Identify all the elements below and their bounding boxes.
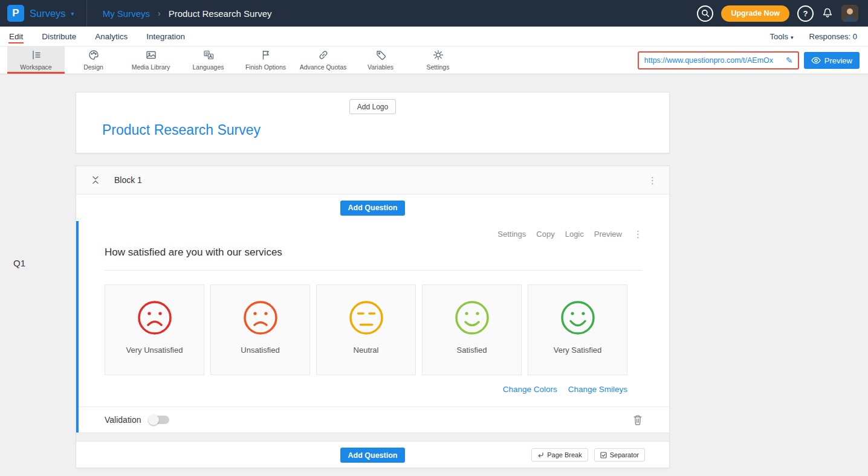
question-index-label: Q1 <box>13 258 25 268</box>
product-caret-icon[interactable]: ▾ <box>71 10 74 17</box>
trash-icon <box>633 414 643 425</box>
question-menu: Settings Copy Logic Preview ⋮ <box>105 230 643 239</box>
tab-analytics[interactable]: Analytics <box>94 27 128 46</box>
languages-icon <box>202 49 215 61</box>
nav-right: Tools▾ Responses: 0 <box>770 32 857 41</box>
separator-checkbox-icon <box>600 452 607 458</box>
bell-icon <box>821 7 834 19</box>
edit-toolbar: Workspace Design Media Library Languages… <box>0 47 868 74</box>
product-switcher[interactable]: Surveys <box>30 8 66 19</box>
topbar-actions: Upgrade Now ? <box>697 5 858 22</box>
unsatisfied-smiley-icon <box>243 300 278 335</box>
toolbar-item-workspace[interactable]: Workspace <box>7 47 65 74</box>
tag-icon <box>375 49 387 61</box>
collapse-block-button[interactable] <box>91 175 100 185</box>
toolbar-label: Finish Options <box>245 63 286 71</box>
validation-label: Validation <box>105 415 141 425</box>
toolbar-label: Settings <box>427 63 450 71</box>
tab-integration[interactable]: Integration <box>146 27 186 46</box>
page-break-button[interactable]: Page Break <box>531 448 588 462</box>
toolbar-item-languages[interactable]: Languages <box>180 47 237 74</box>
palette-icon <box>88 49 100 61</box>
smiley-option-very-unsatisfied[interactable]: Very Unsatisfied <box>105 285 204 375</box>
breadcrumb-my-surveys[interactable]: My Surveys <box>103 8 150 19</box>
question-menu-dots-icon[interactable]: ⋮ <box>633 230 643 239</box>
collapse-icon <box>91 175 100 185</box>
user-avatar[interactable] <box>841 5 858 22</box>
brand: P Surveys ▾ <box>7 0 87 27</box>
search-icon <box>701 9 710 18</box>
add-question-row-top: Add Question <box>76 195 669 221</box>
question-preview-link[interactable]: Preview <box>594 230 622 239</box>
nav-bar: Edit Distribute Analytics Integration To… <box>0 27 868 47</box>
breadcrumb-current: Product Research Survey <box>169 8 272 19</box>
question-title[interactable]: How satisfied are you with our services <box>105 246 643 271</box>
smiley-option-very-satisfied[interactable]: Very Satisfied <box>528 285 627 375</box>
tools-menu[interactable]: Tools▾ <box>770 32 794 41</box>
validation-row: Validation <box>79 407 669 433</box>
toolbar-item-media-library[interactable]: Media Library <box>122 47 180 74</box>
satisfied-smiley-icon <box>455 300 490 335</box>
change-colors-link[interactable]: Change Colors <box>503 385 557 394</box>
footer-chips: Page Break Separator <box>531 448 645 462</box>
neutral-smiley-icon <box>349 300 384 335</box>
questionpro-logo: P <box>7 5 24 22</box>
add-logo-button[interactable]: Add Logo <box>349 99 396 114</box>
edit-url-pencil-icon[interactable]: ✎ <box>786 56 793 65</box>
block-menu-dots-icon[interactable]: ⋮ <box>648 176 657 185</box>
gear-icon <box>432 49 444 61</box>
option-label: Very Unsatisfied <box>126 346 183 355</box>
survey-title[interactable]: Product Research Survey <box>102 122 669 138</box>
separator-button[interactable]: Separator <box>594 448 645 462</box>
delete-question-button[interactable] <box>633 414 643 425</box>
tab-distribute[interactable]: Distribute <box>41 27 77 46</box>
page-break-icon <box>537 452 544 458</box>
help-button[interactable]: ? <box>797 5 814 22</box>
tab-edit[interactable]: Edit <box>8 27 24 46</box>
block-header: Block 1 ⋮ <box>76 166 669 195</box>
question-settings-link[interactable]: Settings <box>497 230 526 239</box>
toolbar-right: ✎ Preview <box>638 47 860 74</box>
responses-count[interactable]: Responses: 0 <box>809 32 858 41</box>
option-label: Very Satisfied <box>554 346 602 355</box>
link-icon <box>317 49 329 61</box>
block-footer: Add Question Page Break Separator <box>76 441 669 468</box>
add-question-button-top[interactable]: Add Question <box>340 201 406 216</box>
preview-button[interactable]: Preview <box>804 52 860 69</box>
smiley-option-unsatisfied[interactable]: Unsatisfied <box>210 285 310 375</box>
smiley-options: Very Unsatisfied Unsatisfied <box>105 285 627 375</box>
workspace-icon <box>30 49 42 61</box>
upgrade-now-button[interactable]: Upgrade Now <box>721 5 789 22</box>
question-logic-link[interactable]: Logic <box>565 230 584 239</box>
person-icon <box>841 5 858 22</box>
add-question-button-bottom[interactable]: Add Question <box>340 448 406 463</box>
smiley-option-satisfied[interactable]: Satisfied <box>422 285 522 375</box>
smiley-links: Change Colors Change Smileys <box>105 385 627 394</box>
very-satisfied-smiley-icon <box>560 300 595 335</box>
option-label: Neutral <box>354 346 379 355</box>
help-icon: ? <box>803 9 808 18</box>
survey-editor-canvas: Add Logo Product Research Survey Block 1… <box>76 92 670 468</box>
toolbar-item-advance-quotas[interactable]: Advance Quotas <box>294 47 352 74</box>
tools-caret-icon: ▾ <box>791 34 794 40</box>
notifications-button[interactable] <box>821 7 834 19</box>
question-copy-link[interactable]: Copy <box>536 230 554 239</box>
question-card-q1: Settings Copy Logic Preview ⋮ How satisf… <box>76 221 669 433</box>
share-url-input[interactable] <box>644 56 782 65</box>
smiley-option-neutral[interactable]: Neutral <box>316 285 416 375</box>
share-url-box: ✎ <box>638 51 799 69</box>
toolbar-item-design[interactable]: Design <box>65 47 122 74</box>
toolbar-item-variables[interactable]: Variables <box>352 47 409 74</box>
toolbar-label: Advance Quotas <box>300 63 347 71</box>
validation-toggle[interactable] <box>149 416 169 424</box>
toolbar-item-finish-options[interactable]: Finish Options <box>237 47 294 74</box>
block-title[interactable]: Block 1 <box>114 175 142 185</box>
search-button[interactable] <box>697 5 713 22</box>
image-icon <box>145 49 157 61</box>
very-unsatisfied-smiley-icon <box>137 300 172 335</box>
block-card: Block 1 ⋮ Add Question Settings Copy Log… <box>76 166 670 468</box>
toolbar-item-settings[interactable]: Settings <box>409 47 467 74</box>
top-bar: P Surveys ▾ My Surveys › Product Researc… <box>0 0 868 27</box>
change-smileys-link[interactable]: Change Smileys <box>568 385 627 394</box>
toolbar-label: Languages <box>193 63 224 71</box>
